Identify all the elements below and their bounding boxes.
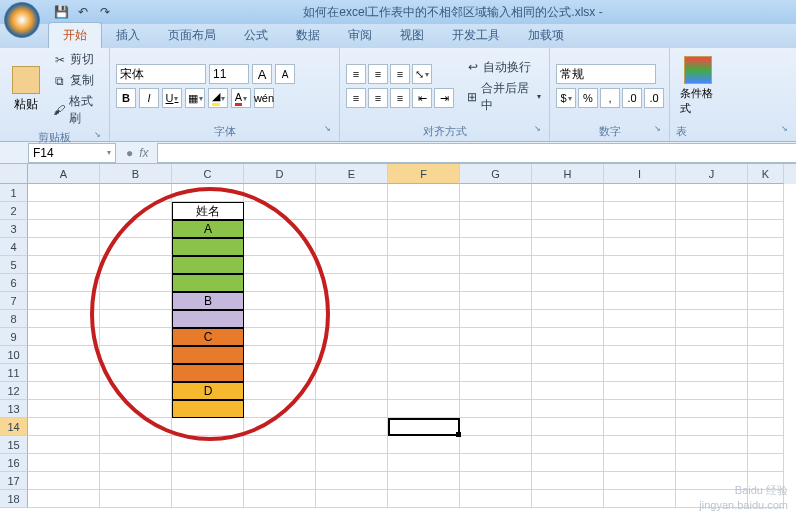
cell-C15[interactable] <box>172 436 244 454</box>
cell-H6[interactable] <box>532 274 604 292</box>
cell-A9[interactable] <box>28 328 100 346</box>
row-header-3[interactable]: 3 <box>0 220 28 238</box>
cell-F9[interactable] <box>388 328 460 346</box>
cell-H13[interactable] <box>532 400 604 418</box>
cell-K1[interactable] <box>748 184 784 202</box>
cell-G6[interactable] <box>460 274 532 292</box>
cell-A3[interactable] <box>28 220 100 238</box>
cell-C18[interactable] <box>172 490 244 508</box>
cell-J13[interactable] <box>676 400 748 418</box>
row-header-7[interactable]: 7 <box>0 292 28 310</box>
cell-B9[interactable] <box>100 328 172 346</box>
cell-G15[interactable] <box>460 436 532 454</box>
cell-K15[interactable] <box>748 436 784 454</box>
cell-K8[interactable] <box>748 310 784 328</box>
cell-J9[interactable] <box>676 328 748 346</box>
cell-G18[interactable] <box>460 490 532 508</box>
col-header-H[interactable]: H <box>532 164 604 184</box>
cell-A13[interactable] <box>28 400 100 418</box>
cell-D5[interactable] <box>244 256 316 274</box>
cell-A12[interactable] <box>28 382 100 400</box>
cell-K13[interactable] <box>748 400 784 418</box>
conditional-format-button[interactable]: 条件格式 <box>676 50 720 122</box>
cell-E18[interactable] <box>316 490 388 508</box>
paste-button[interactable]: 粘贴 <box>6 50 47 128</box>
cell-H14[interactable] <box>532 418 604 436</box>
cell-I1[interactable] <box>604 184 676 202</box>
number-format-combo[interactable] <box>556 64 656 84</box>
cell-I16[interactable] <box>604 454 676 472</box>
cell-G10[interactable] <box>460 346 532 364</box>
cell-F12[interactable] <box>388 382 460 400</box>
fill-color-button[interactable]: ◢ <box>208 88 228 108</box>
cell-J10[interactable] <box>676 346 748 364</box>
cell-K3[interactable] <box>748 220 784 238</box>
cell-G4[interactable] <box>460 238 532 256</box>
cell-C12[interactable]: D <box>172 382 244 400</box>
row-header-1[interactable]: 1 <box>0 184 28 202</box>
row-header-8[interactable]: 8 <box>0 310 28 328</box>
save-icon[interactable]: 💾 <box>52 3 70 21</box>
cell-C11[interactable] <box>172 364 244 382</box>
cell-H2[interactable] <box>532 202 604 220</box>
tab-formulas[interactable]: 公式 <box>230 23 282 48</box>
cell-A1[interactable] <box>28 184 100 202</box>
cell-F10[interactable] <box>388 346 460 364</box>
cell-B15[interactable] <box>100 436 172 454</box>
currency-button[interactable]: $ <box>556 88 576 108</box>
cell-A17[interactable] <box>28 472 100 490</box>
cell-D11[interactable] <box>244 364 316 382</box>
cell-A11[interactable] <box>28 364 100 382</box>
row-header-9[interactable]: 9 <box>0 328 28 346</box>
align-top-button[interactable]: ≡ <box>346 64 366 84</box>
indent-decrease-button[interactable]: ⇤ <box>412 88 432 108</box>
col-header-A[interactable]: A <box>28 164 100 184</box>
cell-G17[interactable] <box>460 472 532 490</box>
tab-review[interactable]: 审阅 <box>334 23 386 48</box>
decrease-decimal-button[interactable]: .0 <box>644 88 664 108</box>
row-header-11[interactable]: 11 <box>0 364 28 382</box>
cell-B10[interactable] <box>100 346 172 364</box>
cell-K16[interactable] <box>748 454 784 472</box>
cell-B7[interactable] <box>100 292 172 310</box>
cell-J6[interactable] <box>676 274 748 292</box>
cell-I17[interactable] <box>604 472 676 490</box>
cell-F15[interactable] <box>388 436 460 454</box>
cell-D8[interactable] <box>244 310 316 328</box>
cell-F3[interactable] <box>388 220 460 238</box>
col-header-C[interactable]: C <box>172 164 244 184</box>
row-header-10[interactable]: 10 <box>0 346 28 364</box>
cell-I9[interactable] <box>604 328 676 346</box>
cell-C2[interactable]: 姓名 <box>172 202 244 220</box>
cell-B11[interactable] <box>100 364 172 382</box>
cell-B14[interactable] <box>100 418 172 436</box>
percent-button[interactable]: % <box>578 88 598 108</box>
cell-F1[interactable] <box>388 184 460 202</box>
cell-J8[interactable] <box>676 310 748 328</box>
wrap-text-button[interactable]: ↩自动换行 <box>464 58 543 77</box>
row-header-12[interactable]: 12 <box>0 382 28 400</box>
grow-font-button[interactable]: A <box>252 64 272 84</box>
cell-J7[interactable] <box>676 292 748 310</box>
cell-A16[interactable] <box>28 454 100 472</box>
cell-F8[interactable] <box>388 310 460 328</box>
cell-D18[interactable] <box>244 490 316 508</box>
cell-D7[interactable] <box>244 292 316 310</box>
redo-icon[interactable]: ↷ <box>96 3 114 21</box>
cell-A15[interactable] <box>28 436 100 454</box>
cell-B13[interactable] <box>100 400 172 418</box>
cell-D10[interactable] <box>244 346 316 364</box>
cell-B8[interactable] <box>100 310 172 328</box>
cell-G2[interactable] <box>460 202 532 220</box>
row-header-4[interactable]: 4 <box>0 238 28 256</box>
cell-C7[interactable]: B <box>172 292 244 310</box>
cell-H10[interactable] <box>532 346 604 364</box>
row-header-18[interactable]: 18 <box>0 490 28 508</box>
cell-H4[interactable] <box>532 238 604 256</box>
cell-B17[interactable] <box>100 472 172 490</box>
cell-H17[interactable] <box>532 472 604 490</box>
cell-B3[interactable] <box>100 220 172 238</box>
cell-C9[interactable]: C <box>172 328 244 346</box>
cell-C17[interactable] <box>172 472 244 490</box>
cell-F2[interactable] <box>388 202 460 220</box>
